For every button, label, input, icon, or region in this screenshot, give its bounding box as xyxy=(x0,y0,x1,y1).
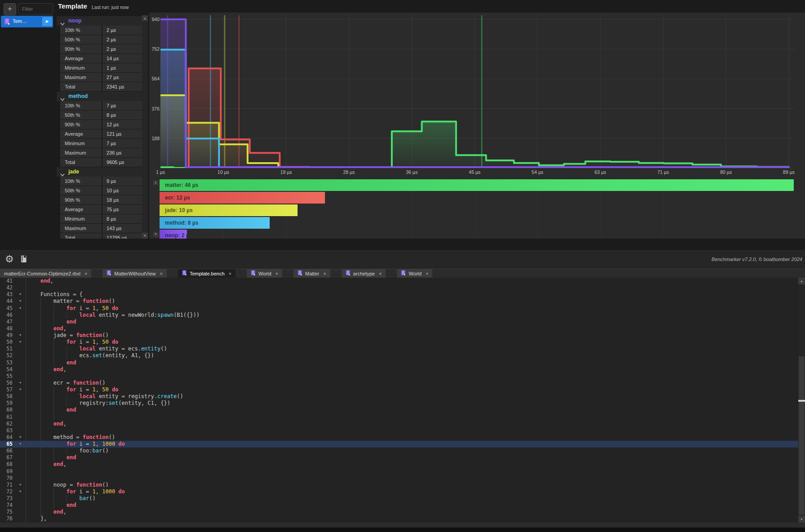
code-line-47[interactable]: 47 end xyxy=(0,319,798,325)
stats-section-header-method[interactable]: method xyxy=(57,92,142,101)
code-line-76[interactable]: 76 }, xyxy=(0,515,798,522)
legend-bar-matter[interactable]: matter: 46 µs xyxy=(160,179,794,191)
code-line-42[interactable]: 42 xyxy=(0,284,798,291)
scroll-up-icon[interactable]: ▲ xyxy=(798,278,805,284)
code-line-69[interactable]: 69 xyxy=(0,468,798,475)
editor-horizontal-scrollbar[interactable] xyxy=(0,523,805,528)
stat-value: 18 µs xyxy=(102,195,142,204)
code-editor[interactable]: 41 end,4243▼ Functions = {44▼ matter = f… xyxy=(0,278,798,523)
code-text: method = function() xyxy=(27,434,115,441)
code-line-46[interactable]: 46 local entity = newWorld:spawn(B1({})) xyxy=(0,312,798,319)
stats-section-header-jade[interactable]: jade xyxy=(57,167,142,177)
scrollbar-thumb[interactable] xyxy=(799,356,805,515)
stat-label: Minimum xyxy=(60,63,102,72)
code-line-56[interactable]: 56▼ ecr = function() xyxy=(0,380,798,386)
sidebar-item-template[interactable]: Tem… ▶ xyxy=(1,16,53,27)
legend-bar-ecr[interactable]: ecr: 12 µs xyxy=(160,192,325,204)
fold-arrow-icon[interactable]: ▼ xyxy=(17,332,23,339)
legend-scrollbar[interactable]: ▲ ▼ xyxy=(153,180,158,237)
code-line-59[interactable]: 59 registry:set(entity, C1, {}) xyxy=(0,400,798,407)
close-icon[interactable]: × xyxy=(229,271,231,276)
fold-arrow-icon[interactable]: ▼ xyxy=(17,339,23,346)
code-line-68[interactable]: 68 end, xyxy=(0,461,798,468)
line-number: 52 xyxy=(0,352,13,359)
tab-archetype[interactable]: archetype× xyxy=(342,269,386,278)
stat-value: 2 µs xyxy=(102,26,142,35)
line-number: 67 xyxy=(0,454,13,461)
code-line-41[interactable]: 41 end, xyxy=(0,278,798,284)
code-line-65[interactable]: 65▼ for i = 1, 1000 do xyxy=(0,441,798,448)
fold-arrow-icon[interactable]: ▼ xyxy=(17,386,23,393)
tab-matterwithoutview[interactable]: MatterWithoutView× xyxy=(102,269,167,278)
add-benchmark-button[interactable]: + xyxy=(4,3,16,15)
close-icon[interactable]: × xyxy=(276,271,278,276)
scroll-up-icon[interactable]: ▲ xyxy=(153,180,158,185)
code-line-58[interactable]: 58 local entity = registry.create() xyxy=(0,393,798,400)
code-line-75[interactable]: 75 end, xyxy=(0,509,798,515)
line-number: 50 xyxy=(0,339,13,346)
scroll-down-icon[interactable]: ▼ xyxy=(798,516,805,523)
tab-world[interactable]: World× xyxy=(397,269,432,278)
last-run-label: Last run: just now xyxy=(92,4,129,10)
stat-value: 9 µs xyxy=(102,177,142,186)
code-line-45[interactable]: 45▼ for i = 1, 50 do xyxy=(0,305,798,312)
code-line-49[interactable]: 49▼ jade = function() xyxy=(0,332,798,339)
fold-arrow-icon[interactable]: ▼ xyxy=(17,441,23,448)
code-line-48[interactable]: 48 end, xyxy=(0,325,798,332)
close-icon[interactable]: × xyxy=(379,271,382,276)
code-line-51[interactable]: 51 local entity = ecs.entity() xyxy=(0,346,798,352)
legend-bar-noop[interactable]: noop: 2 µs xyxy=(160,230,187,239)
fold-arrow-icon[interactable]: ▼ xyxy=(17,305,23,312)
code-line-61[interactable]: 61 xyxy=(0,414,798,421)
code-line-66[interactable]: 66 foo:bar() xyxy=(0,448,798,454)
settings-gear-icon[interactable]: ⚙ xyxy=(5,253,14,265)
close-icon[interactable]: × xyxy=(160,271,162,276)
fold-arrow-icon[interactable]: ▼ xyxy=(17,291,23,298)
legend-bar-method[interactable]: method: 8 µs xyxy=(160,217,270,229)
fold-arrow-icon[interactable]: ▼ xyxy=(17,434,23,441)
code-line-60[interactable]: 60 end xyxy=(0,407,798,413)
code-line-55[interactable]: 55 xyxy=(0,373,798,380)
scroll-down-icon[interactable]: ▼ xyxy=(142,233,148,239)
script-icon xyxy=(298,270,302,277)
tab-world[interactable]: World× xyxy=(247,269,282,278)
stats-row: 90th %12 µs xyxy=(57,120,142,129)
close-icon[interactable]: × xyxy=(323,271,326,276)
editor-scrollbar[interactable]: ▲ ▼ xyxy=(798,278,805,523)
docs-book-icon[interactable] xyxy=(19,254,28,266)
x-tick-label: 45 µs xyxy=(461,169,488,175)
tab-matter[interactable]: Matter× xyxy=(294,269,330,278)
code-line-43[interactable]: 43▼ Functions = { xyxy=(0,291,798,298)
fold-arrow-icon[interactable]: ▼ xyxy=(17,488,23,495)
scroll-down-icon[interactable]: ▼ xyxy=(153,232,158,237)
tab-template-bench[interactable]: Template.bench× xyxy=(178,269,236,278)
close-icon[interactable]: × xyxy=(426,271,428,276)
code-line-57[interactable]: 57▼ for i = 1, 50 do xyxy=(0,386,798,393)
code-line-53[interactable]: 53 end xyxy=(0,359,798,366)
tab-label: Matter xyxy=(305,271,319,276)
code-line-62[interactable]: 62 end, xyxy=(0,421,798,427)
code-line-72[interactable]: 72▼ for i = 1, 1000 do xyxy=(0,488,798,495)
stat-value: 14 µs xyxy=(102,54,142,63)
fold-arrow-icon[interactable]: ▼ xyxy=(17,482,23,488)
code-line-73[interactable]: 73 bar() xyxy=(0,495,798,502)
stats-section-header-noop[interactable]: noop xyxy=(57,16,142,26)
tab-matterecr-common-optimize2-rbxl[interactable]: matterEcr-Common-Optimize2.rbxl× xyxy=(0,269,91,278)
code-line-71[interactable]: 71▼ noop = function() xyxy=(0,482,798,488)
stat-label: 90th % xyxy=(60,195,102,204)
code-line-63[interactable]: 63 xyxy=(0,427,798,434)
code-line-52[interactable]: 52 ecs.set(entity, A1, {}) xyxy=(0,352,798,359)
code-line-64[interactable]: 64▼ method = function() xyxy=(0,434,798,441)
run-benchmark-button[interactable]: ▶ xyxy=(42,17,52,26)
code-line-67[interactable]: 67 end xyxy=(0,454,798,461)
fold-arrow-icon[interactable]: ▼ xyxy=(17,298,23,305)
code-line-44[interactable]: 44▼ matter = function() xyxy=(0,298,798,305)
code-line-70[interactable]: 70 xyxy=(0,475,798,482)
fold-arrow-icon[interactable]: ▼ xyxy=(17,380,23,386)
filter-input[interactable] xyxy=(18,3,53,14)
code-line-54[interactable]: 54 end, xyxy=(0,366,798,373)
close-icon[interactable]: × xyxy=(85,271,87,276)
code-line-50[interactable]: 50▼ for i = 1, 50 do xyxy=(0,339,798,346)
code-line-74[interactable]: 74 end xyxy=(0,502,798,509)
legend-bar-jade[interactable]: jade: 10 µs xyxy=(160,204,298,216)
